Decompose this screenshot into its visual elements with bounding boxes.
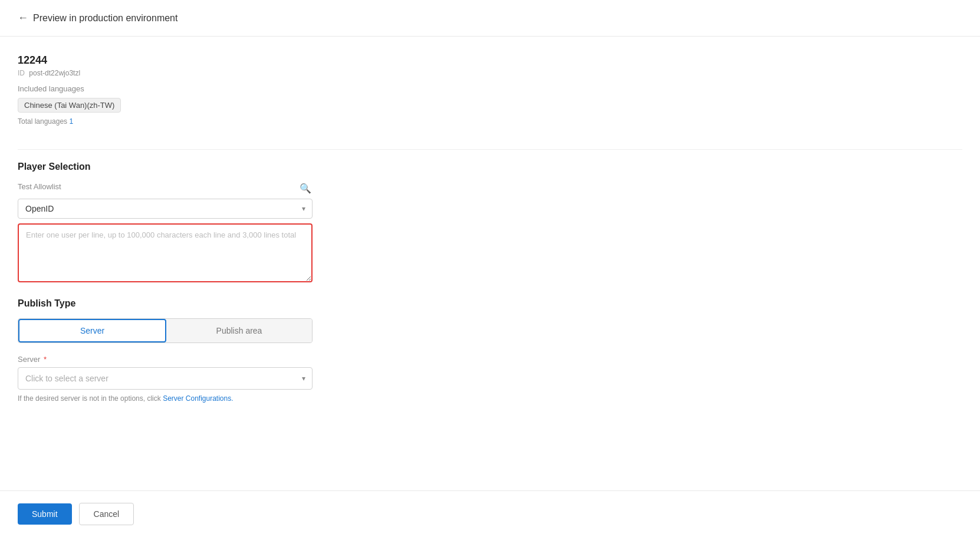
server-select-wrapper: Click to select a server ▾: [18, 367, 313, 390]
openid-select-wrapper: OpenID Email Username ▾: [18, 199, 313, 219]
included-languages-label: Included languages: [18, 84, 962, 93]
post-id-value: post-dt22wjo3tzl: [29, 69, 80, 77]
required-indicator: *: [44, 355, 47, 364]
header: ← Preview in production environment: [0, 0, 980, 37]
total-languages-label: Total languages: [18, 117, 67, 126]
footer: Submit Cancel: [0, 490, 980, 537]
content-area: 12244 ID post-dt22wjo3tzl Included langu…: [0, 37, 980, 490]
publish-type-title: Publish Type: [18, 298, 962, 309]
allowlist-header: Test Allowlist 🔍: [18, 182, 313, 195]
server-select[interactable]: Click to select a server: [18, 367, 313, 390]
player-selection-section: Player Selection Test Allowlist 🔍 OpenID…: [18, 162, 962, 284]
server-field-label: Server *: [18, 355, 962, 364]
server-toggle-btn[interactable]: Server: [18, 319, 166, 342]
meta-section: 12244 ID post-dt22wjo3tzl Included langu…: [18, 54, 962, 126]
post-id: ID post-dt22wjo3tzl: [18, 69, 962, 77]
publish-type-toggle: Server Publish area: [18, 318, 313, 343]
publish-area-toggle-btn[interactable]: Publish area: [166, 319, 312, 342]
submit-button[interactable]: Submit: [18, 503, 72, 525]
divider-1: [18, 149, 962, 150]
total-languages: Total languages 1: [18, 117, 962, 126]
publish-type-section: Publish Type Server Publish area Server …: [18, 298, 962, 403]
back-arrow-icon: ←: [18, 12, 28, 24]
id-label: ID: [18, 69, 25, 77]
total-languages-count: 1: [69, 117, 73, 126]
test-allowlist-label: Test Allowlist: [18, 182, 61, 191]
server-configurations-link[interactable]: Server Configurations.: [163, 394, 233, 403]
player-selection-title: Player Selection: [18, 162, 962, 172]
language-tag: Chinese (Tai Wan)(zh-TW): [18, 98, 121, 113]
post-number: 12244: [18, 54, 962, 67]
cancel-button[interactable]: Cancel: [79, 503, 134, 525]
server-hint-text: If the desired server is not in the opti…: [18, 394, 161, 403]
back-button[interactable]: ← Preview in production environment: [18, 12, 177, 24]
page-wrapper: ← Preview in production environment 1224…: [0, 0, 980, 537]
search-icon: 🔍: [300, 183, 311, 193]
page-title: Preview in production environment: [33, 13, 177, 24]
openid-select[interactable]: OpenID Email Username: [18, 199, 313, 219]
server-hint: If the desired server is not in the opti…: [18, 394, 962, 403]
search-button[interactable]: 🔍: [298, 182, 313, 195]
allowlist-textarea[interactable]: [18, 223, 313, 282]
